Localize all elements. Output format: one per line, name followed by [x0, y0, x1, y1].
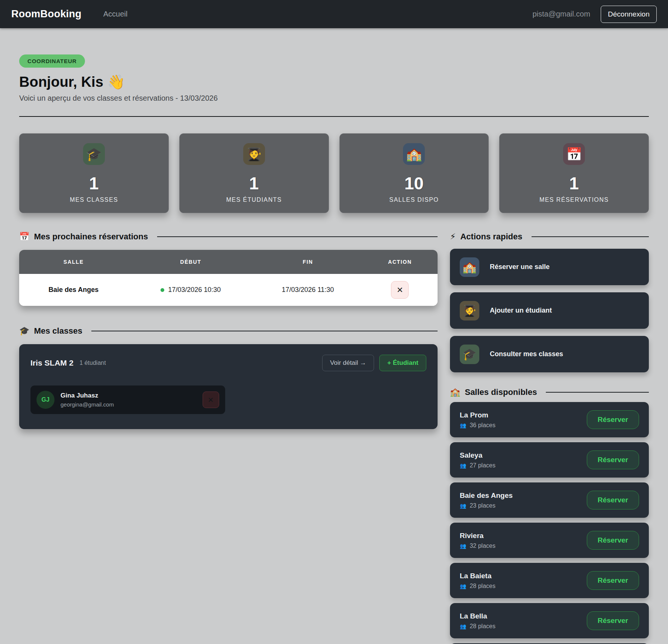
- room-places: 👥 36 places: [460, 422, 495, 429]
- student-icon: 🧑‍🎓: [460, 301, 479, 320]
- reserve-room-button[interactable]: Réserver: [587, 491, 639, 509]
- reserve-room-button[interactable]: Réserver: [587, 450, 639, 469]
- room-name: Riviera: [460, 532, 495, 540]
- quick-action-label: Réserver une salle: [490, 263, 550, 271]
- quick-action-label: Consulter mes classes: [490, 350, 563, 358]
- role-badge: COORDINATEUR: [19, 54, 85, 68]
- content-columns: 📅 Mes prochaines réservations SALLE DÉBU…: [19, 232, 649, 644]
- student-card: GJ Gina Juhasz georgina@gmail.com ✕: [30, 385, 225, 414]
- student-info: Gina Juhasz georgina@gmail.com: [61, 392, 114, 408]
- class-card: Iris SLAM 2 1 étudiant Voir détail → + É…: [19, 344, 438, 429]
- reservation-debut-text: 17/03/2026 10:30: [168, 286, 221, 294]
- class-detail-button[interactable]: Voir détail →: [322, 355, 374, 371]
- app-brand[interactable]: RoomBooking: [11, 8, 82, 20]
- reservation-action-cell: ✕: [362, 281, 438, 299]
- dashboard-page: COORDINATEUR Bonjour, Kis 👋 Voici un ape…: [0, 28, 668, 644]
- stat-label: MES RÉSERVATIONS: [539, 197, 609, 203]
- quick-action-consulter-classes[interactable]: 🎓 Consulter mes classes: [450, 336, 649, 372]
- greeting-text: Bonjour, Kis: [19, 74, 103, 90]
- navbar: RoomBooking Accueil pista@gmail.com Déco…: [0, 0, 668, 28]
- wave-icon: 👋: [107, 74, 125, 90]
- add-student-button[interactable]: + Étudiant: [379, 355, 426, 371]
- room-card-riviera: Riviera 👥 32 places Réserver: [450, 523, 649, 558]
- quick-action-ajouter-etudiant[interactable]: 🧑‍🎓 Ajouter un étudiant: [450, 292, 649, 329]
- stat-card-reservations: 📅 1 MES RÉSERVATIONS: [499, 133, 649, 213]
- graduation-cap-icon: 🎓: [83, 143, 105, 165]
- room-info: Riviera 👥 32 places: [460, 532, 495, 549]
- school-icon: 🏫: [450, 388, 460, 396]
- nav-link-accueil[interactable]: Accueil: [103, 10, 127, 18]
- school-icon: 🏫: [460, 257, 479, 277]
- stat-label: MES ÉTUDIANTS: [226, 197, 282, 203]
- room-info: Saleya 👥 27 places: [460, 451, 495, 469]
- graduation-cap-icon: 🎓: [460, 345, 479, 364]
- people-icon: 👥: [460, 503, 466, 508]
- stat-value: 1: [249, 173, 259, 194]
- remove-student-button[interactable]: ✕: [203, 392, 219, 408]
- school-icon: 🏫: [403, 143, 425, 165]
- room-name: La Baieta: [460, 572, 495, 580]
- stat-value: 10: [404, 173, 424, 194]
- students-grid: GJ Gina Juhasz georgina@gmail.com ✕: [30, 385, 426, 414]
- room-places-text: 28 places: [470, 583, 495, 590]
- student-name: Gina Juhasz: [61, 392, 114, 399]
- stat-label: MES CLASSES: [70, 197, 118, 203]
- stat-label: SALLES DISPO: [389, 197, 439, 203]
- section-title-classes: Mes classes: [34, 326, 82, 336]
- table-row: Baie des Anges 17/03/2026 10:30 17/03/20…: [19, 274, 438, 306]
- people-icon: 👥: [460, 423, 466, 428]
- reservations-table: SALLE DÉBUT FIN ACTION Baie des Anges 17…: [19, 250, 438, 306]
- reserve-room-button[interactable]: Réserver: [587, 571, 639, 590]
- student-icon: 🧑‍🎓: [243, 143, 265, 165]
- stat-value: 1: [89, 173, 99, 194]
- column-header-action: ACTION: [362, 259, 438, 265]
- room-card-la-bella: La Bella 👥 28 places Réserver: [450, 603, 649, 638]
- reservation-salle: Baie des Anges: [19, 286, 128, 294]
- rooms-section-header: 🏫 Salles disponibles: [450, 387, 649, 397]
- column-header-debut: DÉBUT: [128, 259, 253, 265]
- calendar-icon: 📅: [563, 143, 585, 165]
- section-title-quick-actions: Actions rapides: [460, 232, 522, 242]
- room-info: La Baieta 👥 28 places: [460, 572, 495, 590]
- room-name: La Bella: [460, 612, 495, 620]
- room-card-la-baieta: La Baieta 👥 28 places Réserver: [450, 563, 649, 598]
- lightning-icon: ⚡: [450, 233, 456, 241]
- column-header-salle: SALLE: [19, 259, 128, 265]
- reservations-section-header: 📅 Mes prochaines réservations: [19, 232, 438, 242]
- room-info: Baie des Anges 👥 23 places: [460, 491, 513, 509]
- class-name: Iris SLAM 2: [30, 358, 73, 367]
- room-places-text: 28 places: [470, 623, 495, 630]
- room-places: 👥 28 places: [460, 623, 495, 630]
- room-name: Saleya: [460, 451, 495, 460]
- people-icon: 👥: [460, 584, 466, 589]
- stat-card-etudiants: 🧑‍🎓 1 MES ÉTUDIANTS: [179, 133, 329, 213]
- quick-action-reserver-salle[interactable]: 🏫 Réserver une salle: [450, 249, 649, 285]
- section-title-rooms: Salles disponibles: [465, 387, 537, 397]
- room-card-la-prom: La Prom 👥 36 places Réserver: [450, 402, 649, 437]
- classes-section: 🎓 Mes classes Iris SLAM 2 1 étudiant Voi…: [19, 326, 438, 429]
- column-header-fin: FIN: [253, 259, 362, 265]
- room-places: 👥 28 places: [460, 583, 495, 590]
- stat-card-classes: 🎓 1 MES CLASSES: [19, 133, 169, 213]
- stat-card-salles: 🏫 10 SALLES DISPO: [339, 133, 489, 213]
- people-icon: 👥: [460, 463, 466, 468]
- right-column: ⚡ Actions rapides 🏫 Réserver une salle 🧑…: [450, 232, 649, 644]
- room-card-baie-des-anges: Baie des Anges 👥 23 places Réserver: [450, 482, 649, 518]
- room-info: La Prom 👥 36 places: [460, 411, 495, 429]
- quick-action-label: Ajouter un étudiant: [490, 307, 552, 314]
- room-places-text: 32 places: [470, 543, 495, 549]
- room-places-text: 23 places: [470, 502, 495, 509]
- room-places-text: 36 places: [470, 422, 495, 429]
- section-divider: [91, 331, 438, 331]
- logout-button[interactable]: Déconnexion: [601, 6, 657, 23]
- reserve-room-button[interactable]: Réserver: [587, 410, 639, 429]
- people-icon: 👥: [460, 624, 466, 629]
- reserve-room-button[interactable]: Réserver: [587, 611, 639, 630]
- reservation-debut: 17/03/2026 10:30: [128, 286, 253, 294]
- cancel-reservation-button[interactable]: ✕: [391, 281, 409, 299]
- reserve-room-button[interactable]: Réserver: [587, 531, 639, 550]
- room-places: 👥 32 places: [460, 543, 495, 549]
- class-actions: Voir détail → + Étudiant: [322, 355, 426, 371]
- room-places: 👥 23 places: [460, 502, 513, 509]
- room-name: Baie des Anges: [460, 491, 513, 500]
